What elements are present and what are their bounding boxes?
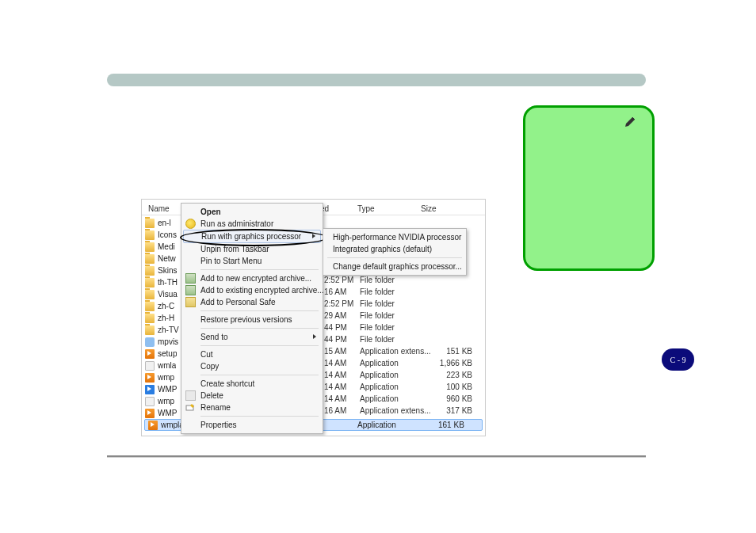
menu-separator [327,257,462,258]
folder-icon [145,230,155,240]
media-icon [145,409,155,418]
submenu-integrated[interactable]: Integrated graphics (default) [325,243,464,255]
explorer-screenshot: Name ed Type Size en-l Icons Medi Netw S… [141,199,486,436]
table-row: 2:52 PMFile folder [324,274,472,286]
folder-icon [145,242,155,252]
menu-delete[interactable]: Delete [183,390,321,402]
menu-separator [200,328,319,329]
menu-separator [200,310,319,311]
menu-separator [200,345,319,346]
table-row: 2:52 PMFile folder [324,298,472,310]
menu-properties[interactable]: Properties [183,419,321,431]
shield-icon [185,219,196,229]
table-row: 44 PMFile folder [324,322,472,333]
media-icon [148,421,158,430]
document-icon [145,361,155,371]
document-icon [145,397,155,406]
selected-size: 161 KB [438,421,464,429]
submenu-change-default[interactable]: Change default graphics processor... [325,261,464,272]
archive-icon [185,285,196,295]
folder-icon [145,219,155,228]
menu-add-personal-safe[interactable]: Add to Personal Safe [183,296,321,308]
media-icon [145,349,155,359]
chevron-right-icon [313,334,316,339]
note-callout [523,105,655,271]
footer-rule [107,455,646,457]
folder-icon [145,266,155,276]
menu-add-existing-encrypted[interactable]: Add to existing encrypted archive... [183,284,321,296]
folder-icon [145,254,155,264]
table-row: 14 AMApplication223 KB [324,369,472,381]
table-row: 14 AMApplication960 KB [324,393,472,405]
table-row: 16 AMApplication extens...317 KB [324,405,472,417]
table-row: 29 AMFile folder [324,310,472,322]
section-heading-bar [107,74,646,86]
chevron-right-icon [312,234,315,238]
column-name[interactable]: Name [148,204,170,213]
table-row: 14 AMApplication1,966 KB [324,357,472,369]
folder-icon [145,302,155,311]
menu-pin-start[interactable]: Pin to Start Menu [183,255,321,267]
gpu-submenu: High-performance NVIDIA processor Integr… [323,228,467,276]
folder-icon [145,278,155,287]
table-row: 16 AMFile folder [324,286,472,298]
menu-run-as-administrator[interactable]: Run as administrator [183,218,321,230]
column-size[interactable]: Size [421,204,436,213]
menu-add-new-encrypted[interactable]: Add to new encrypted archive... [183,272,321,284]
menu-restore-previous[interactable]: Restore previous versions [183,314,321,326]
menu-run-with-graphics-processor[interactable]: Run with graphics processor [183,230,321,243]
table-row: 15 AMApplication extens...151 KB [324,345,472,357]
column-type[interactable]: Type [357,204,375,213]
safe-icon [185,297,196,307]
app-icon [145,385,155,394]
folder-icon [145,314,155,323]
selected-type: Application [357,421,396,429]
menu-separator [200,416,319,417]
menu-cut[interactable]: Cut [183,348,321,360]
table-row: 44 PMFile folder [324,333,472,345]
folder-icon [145,290,155,299]
menu-separator [200,375,319,375]
menu-rename[interactable]: Rename [183,402,321,413]
page-number-badge: C - 9 [662,348,694,371]
pencil-icon [624,116,636,128]
menu-unpin-taskbar[interactable]: Unpin from Taskbar [183,243,321,255]
config-icon [145,337,155,347]
menu-copy[interactable]: Copy [183,360,321,372]
archive-icon [185,273,196,284]
table-row: 14 AMApplication100 KB [324,381,472,393]
context-menu: Open Run as administrator Run with graph… [181,203,323,434]
menu-create-shortcut[interactable]: Create shortcut [183,378,321,390]
media-icon [145,373,155,383]
folder-icon [145,326,155,335]
menu-send-to[interactable]: Send to [183,331,321,343]
menu-open[interactable]: Open [183,206,321,218]
delete-icon [185,390,196,401]
rename-icon [185,402,196,413]
menu-separator [200,269,319,270]
file-details: 2:52 PMFile folder 16 AMFile folder 2:52… [324,274,472,428]
submenu-high-performance[interactable]: High-performance NVIDIA processor [325,231,464,243]
